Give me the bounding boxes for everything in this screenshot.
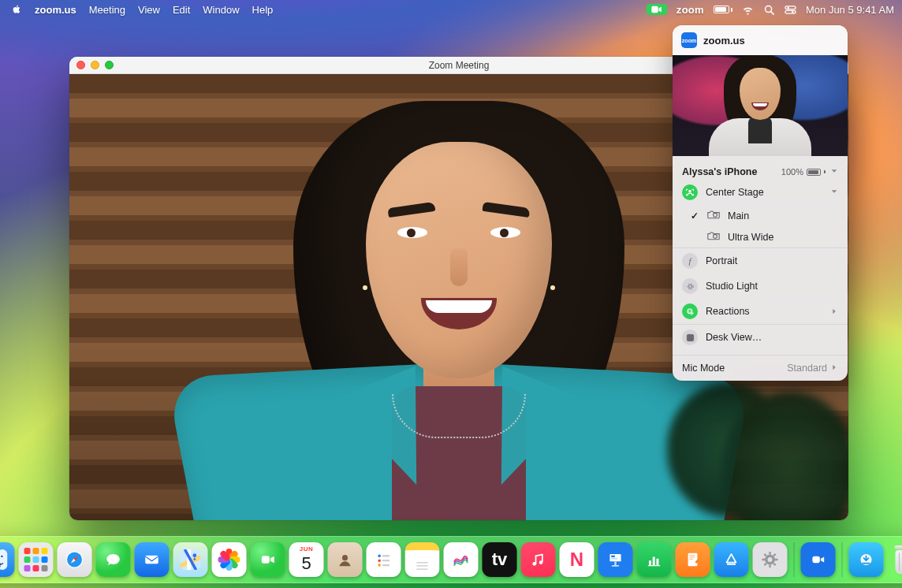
desktop: zoom.us Meeting View Edit Window Help zo… [0, 0, 902, 588]
dock-app-messages[interactable] [96, 542, 131, 577]
svg-point-42 [539, 560, 543, 564]
dock-app-keynote[interactable] [598, 542, 633, 577]
svg-rect-54 [689, 556, 695, 557]
dock-app-maps[interactable] [173, 542, 208, 577]
svg-rect-50 [656, 559, 658, 565]
menubar-camera-indicator-icon[interactable] [647, 4, 667, 15]
dock-app-tv[interactable]: tv [483, 542, 517, 577]
desk-view-row[interactable]: Desk View… [673, 325, 848, 350]
reactions-icon [682, 303, 698, 319]
menubar-item-help[interactable]: Help [252, 4, 274, 16]
menubar-item-edit[interactable]: Edit [173, 4, 190, 16]
dock-app-safari[interactable] [58, 542, 92, 577]
dock-app-music[interactable] [521, 542, 556, 577]
dock-app-appstore[interactable] [714, 542, 749, 577]
menubar-app-name[interactable]: zoom.us [35, 4, 76, 16]
svg-line-66 [764, 564, 766, 565]
chevron-down-icon [830, 166, 838, 177]
reactions-row[interactable]: Reactions [673, 299, 848, 324]
svg-rect-33 [382, 555, 390, 556]
svg-rect-48 [649, 560, 651, 565]
menubar-datetime[interactable]: Mon Jun 5 9:41 AM [806, 4, 894, 16]
dock-app-system-settings[interactable] [753, 542, 788, 577]
svg-point-6 [792, 11, 794, 13]
studio-light-row[interactable]: Studio Light [673, 274, 848, 299]
svg-point-32 [378, 555, 381, 558]
dock-app-calendar[interactable]: JUN 5 [289, 542, 324, 577]
svg-rect-53 [689, 555, 695, 556]
center-stage-label: Center Stage [706, 187, 822, 198]
panel-app-label: zoom.us [703, 35, 745, 47]
portrait-label: Portrait [706, 255, 838, 266]
dock-app-contacts[interactable] [328, 542, 363, 577]
svg-rect-51 [648, 565, 660, 566]
chevron-down-icon [830, 187, 838, 198]
svg-rect-55 [689, 559, 693, 560]
svg-line-63 [764, 554, 766, 556]
chevron-right-icon [830, 307, 838, 315]
camera-device-name: Alyssa's iPhone [682, 166, 777, 177]
dock-app-facetime[interactable] [251, 542, 285, 577]
menubar-zoom-label[interactable]: zoom [676, 4, 704, 16]
dock-downloads[interactable] [849, 542, 884, 577]
checkmark-icon: ✓ [690, 210, 699, 221]
svg-point-7 [688, 190, 691, 192]
dock-trash[interactable] [888, 542, 903, 577]
dock-app-finder[interactable] [0, 542, 15, 577]
menubar-spotlight-icon[interactable] [763, 4, 775, 16]
menubar-wifi-icon[interactable] [742, 4, 754, 16]
camera-device-row[interactable]: Alyssa's iPhone 100% [673, 161, 848, 180]
dock-app-mail[interactable] [135, 542, 170, 577]
svg-point-31 [342, 555, 348, 560]
svg-rect-43 [609, 554, 621, 561]
apple-menu-icon[interactable] [11, 4, 22, 15]
dock-app-pages[interactable] [676, 542, 710, 577]
svg-rect-46 [611, 556, 615, 557]
dock-app-reminders[interactable] [367, 542, 401, 577]
dock-separator [794, 542, 795, 577]
panel-header: zoom zoom.us [673, 25, 848, 55]
svg-point-4 [787, 6, 789, 9]
portrait-row[interactable]: f Portrait [673, 248, 848, 274]
mic-mode-row[interactable]: Mic Mode Standard [673, 355, 848, 381]
studio-light-label: Studio Light [706, 281, 838, 292]
trash-icon [893, 545, 903, 574]
svg-point-10 [688, 285, 691, 288]
lens-main-label: Main [728, 210, 838, 221]
lens-main-row[interactable]: ✓ Main [680, 205, 848, 226]
menubar-item-meeting[interactable]: Meeting [89, 4, 125, 16]
svg-rect-67 [812, 556, 819, 563]
svg-rect-3 [785, 6, 796, 9]
desk-view-label: Desk View… [706, 332, 838, 343]
svg-rect-49 [653, 556, 655, 565]
dock-app-freeform[interactable] [444, 542, 479, 577]
dock-app-zoom[interactable] [801, 542, 836, 577]
dock-app-news[interactable]: N [560, 542, 594, 577]
participant-main-illustration [175, 87, 743, 520]
dock-app-notes[interactable] [405, 542, 440, 577]
studio-light-icon [682, 278, 698, 294]
dock-app-launchpad[interactable] [19, 542, 54, 577]
mic-mode-label: Mic Mode [682, 363, 725, 374]
menubar-battery-icon[interactable] [714, 6, 732, 13]
svg-line-64 [773, 564, 775, 565]
svg-point-9 [714, 234, 718, 238]
dock-app-numbers[interactable] [637, 542, 672, 577]
svg-rect-35 [382, 560, 390, 561]
svg-point-15 [690, 310, 691, 311]
lens-ultrawide-row[interactable]: Ultra Wide [680, 226, 848, 247]
svg-rect-30 [262, 556, 270, 563]
camera-lens-icon [707, 210, 720, 221]
svg-rect-27 [145, 556, 158, 564]
dock: JUN 5 tv N [0, 536, 902, 583]
svg-rect-47 [611, 558, 617, 559]
menubar-item-view[interactable]: View [138, 4, 160, 16]
portrait-icon: f [682, 253, 698, 269]
svg-rect-20 [0, 549, 8, 570]
svg-point-11 [687, 283, 692, 288]
center-stage-icon [682, 184, 698, 200]
menubar-control-center-icon[interactable] [785, 4, 796, 16]
center-stage-row[interactable]: Center Stage [673, 180, 848, 205]
menubar-item-window[interactable]: Window [203, 4, 239, 16]
dock-app-photos[interactable] [212, 542, 247, 577]
